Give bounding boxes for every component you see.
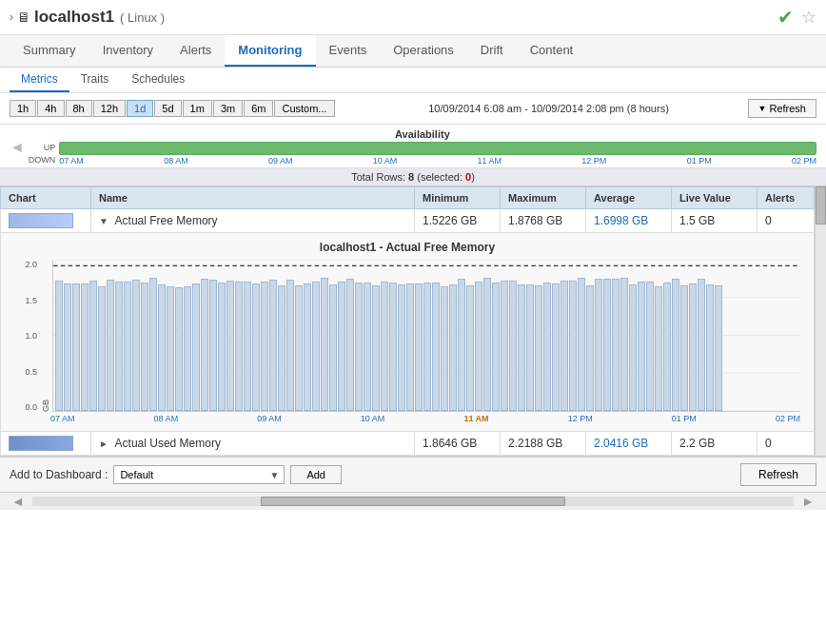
host-name: localhost1 — [34, 8, 114, 27]
header-icons: ✔ ☆ — [777, 6, 816, 29]
tab-events[interactable]: Events — [316, 35, 381, 67]
row2-max: 2.2188 GB — [501, 432, 586, 456]
row2-min: 1.8646 GB — [415, 432, 501, 456]
server-icon: 🖥 — [17, 10, 30, 25]
scrollbar-track[interactable] — [815, 186, 826, 456]
add-to-dashboard-label: Add to Dashboard : — [10, 468, 108, 481]
chart-thumbnail-1 — [9, 213, 73, 228]
row1-name: ▼ Actual Free Memory — [91, 209, 415, 233]
time-btn-1m[interactable]: 1m — [183, 100, 212, 117]
host-platform: ( Linux ) — [120, 10, 165, 25]
row1-alerts: 0 — [757, 209, 815, 233]
scrollbar-thumb[interactable] — [816, 186, 826, 224]
tab-summary[interactable]: Summary — [10, 35, 89, 67]
add-button[interactable]: Add — [290, 465, 342, 484]
row2-name-label: Actual Used Memory — [115, 437, 221, 450]
row2-avg: 2.0416 GB — [586, 432, 672, 456]
time-btn-1h[interactable]: 1h — [10, 100, 36, 117]
row2-alerts: 0 — [757, 432, 815, 456]
avail-up-down-label: UP DOWN — [29, 142, 56, 166]
chart-thumbnail-2 — [9, 436, 73, 451]
tab-metrics[interactable]: Metrics — [10, 68, 69, 92]
time-range-display: 10/09/2014 6:08 am - 10/09/2014 2:08 pm … — [351, 103, 747, 114]
row2-expand-btn[interactable]: ► — [99, 439, 108, 449]
time-btn-8h[interactable]: 8h — [66, 100, 92, 117]
chart-y-label: GB — [41, 400, 50, 412]
refresh-button-top[interactable]: ▼ Refresh — [748, 99, 816, 118]
availability-section: ◄ Availability UP DOWN 07 AM08 AM09 AM10… — [0, 125, 826, 168]
time-btn-12h[interactable]: 12h — [93, 100, 126, 117]
row1-live: 1.5 GB — [672, 209, 757, 233]
nav-tabs: Summary Inventory Alerts Monitoring Even… — [0, 35, 826, 68]
col-live-value: Live Value — [672, 187, 757, 209]
row1-min: 1.5226 GB — [415, 209, 501, 233]
availability-x-ticks: 07 AM08 AM09 AM10 AM11 AM12 PM01 PM02 PM — [59, 156, 816, 166]
scroll-thumb[interactable] — [261, 497, 565, 506]
time-controls: 1h 4h 8h 12h 1d 5d 1m 3m 6m Custom... 10… — [0, 93, 826, 125]
tab-schedules[interactable]: Schedules — [120, 68, 196, 92]
header: › 🖥 localhost1 ( Linux ) ✔ ☆ — [0, 0, 826, 35]
tab-content[interactable]: Content — [517, 35, 587, 67]
availability-nav-left[interactable]: ◄ — [10, 139, 25, 156]
chart-cell-2 — [1, 432, 91, 456]
table-row: ▼ Actual Free Memory 1.5226 GB 1.8768 GB… — [1, 209, 815, 233]
col-alerts: Alerts — [757, 187, 815, 209]
refresh-label-top: Refresh — [769, 103, 806, 114]
expanded-chart-row: localhost1 - Actual Free Memory 2.0 1.5 … — [1, 233, 815, 432]
sub-tabs: Metrics Traits Schedules — [0, 68, 826, 93]
metrics-table: Chart Name Minimum Maximum Average Live … — [0, 186, 815, 456]
row2-name: ► Actual Used Memory — [91, 432, 415, 456]
tab-monitoring[interactable]: Monitoring — [225, 35, 315, 67]
tab-operations[interactable]: Operations — [380, 35, 467, 67]
col-average: Average — [586, 187, 672, 209]
chart-cell-1 — [1, 209, 91, 233]
chart-title: localhost1 - Actual Free Memory — [14, 241, 800, 254]
tab-alerts[interactable]: Alerts — [167, 35, 225, 67]
tab-inventory[interactable]: Inventory — [89, 35, 167, 67]
row1-max: 1.8768 GB — [501, 209, 586, 233]
scroll-right-icon[interactable]: ► — [794, 494, 822, 509]
time-btn-1d[interactable]: 1d — [127, 100, 153, 117]
bottom-nav: ◄ ► — [0, 492, 826, 510]
star-icon[interactable]: ☆ — [801, 7, 816, 28]
row2-live: 2.2 GB — [672, 432, 757, 456]
status-ok-icon: ✔ — [777, 6, 794, 29]
time-btn-3m[interactable]: 3m — [213, 100, 243, 117]
row1-expand-btn[interactable]: ▼ — [99, 216, 108, 226]
footer: Add to Dashboard : Default ▼ Add Refresh — [0, 457, 826, 492]
row1-avg: 1.6998 GB — [586, 209, 672, 233]
tab-traits[interactable]: Traits — [69, 68, 121, 92]
availability-title: Availability — [29, 128, 816, 140]
table-row: ► Actual Used Memory 1.8646 GB 2.2188 GB… — [1, 432, 815, 456]
col-maximum: Maximum — [501, 187, 586, 209]
row1-name-label: Actual Free Memory — [115, 214, 218, 227]
col-name: Name — [91, 187, 415, 209]
time-btn-5d[interactable]: 5d — [154, 100, 181, 117]
refresh-button-bottom[interactable]: Refresh — [740, 463, 816, 486]
time-btn-custom[interactable]: Custom... — [274, 100, 334, 117]
time-btn-4h[interactable]: 4h — [37, 100, 64, 117]
bars-container — [53, 260, 800, 411]
scroll-left-icon[interactable]: ◄ — [4, 494, 32, 509]
col-minimum: Minimum — [415, 187, 501, 209]
expand-arrow[interactable]: › — [10, 10, 13, 24]
scroll-thumb-area[interactable] — [32, 497, 794, 506]
metrics-table-wrapper: Chart Name Minimum Maximum Average Live … — [0, 186, 826, 457]
dropdown-arrow-icon: ▼ — [758, 104, 767, 113]
dashboard-dropdown[interactable]: Default — [113, 465, 285, 484]
tab-drift[interactable]: Drift — [467, 35, 517, 67]
availability-bar — [59, 142, 816, 155]
total-rows-bar: Total Rows: 8 (selected: 0) — [0, 168, 826, 186]
time-btn-6m[interactable]: 6m — [244, 100, 273, 117]
col-chart: Chart — [1, 187, 91, 209]
